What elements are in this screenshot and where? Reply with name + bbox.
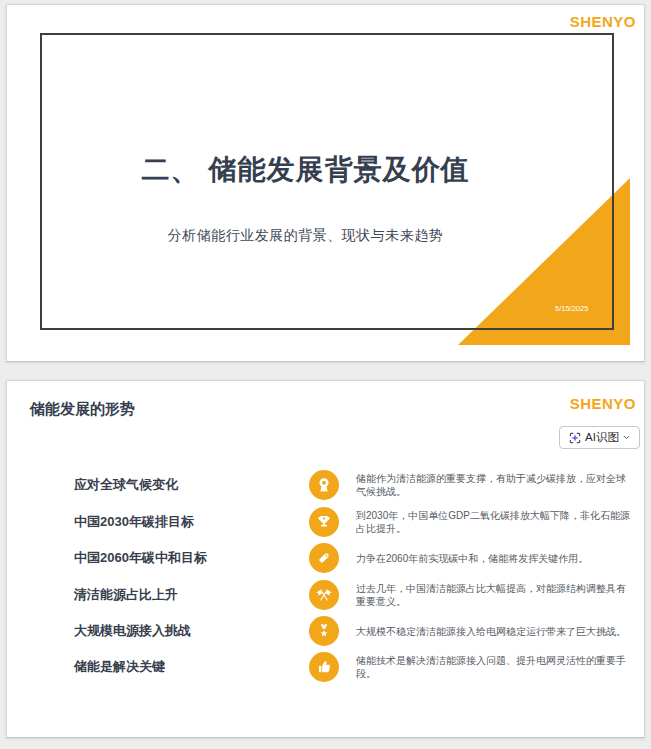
item-description: 大规模不稳定清洁能源接入给电网稳定运行带来了巨大挑战。 [356, 625, 630, 638]
slide-date: 5/15/2025 [555, 304, 607, 313]
ai-recognize-button[interactable]: AI识图 [559, 426, 640, 449]
slide-1-card[interactable]: SHENYO 二、 储能发展背景及价值 分析储能行业发展的背景、现状与未来趋势 … [6, 4, 645, 362]
thumbs-up-icon [309, 652, 339, 682]
brand-logo: SHENYO [570, 13, 636, 30]
award-rosette-icon [309, 470, 339, 500]
list-item: 中国2030年碳排目标 到2030年，中国单位GDP二氧化碳排放大幅下降，非化石… [7, 504, 644, 540]
corner-triangle-decoration [458, 178, 630, 345]
brand-logo: SHENYO [570, 395, 636, 412]
medal-star-icon [309, 616, 339, 646]
list-item: 应对全球气候变化 储能作为清洁能源的重要支撑，有助于减少碳排放，应对全球气候挑战… [7, 467, 644, 503]
slide-2-card[interactable]: SHENYO 储能发展的形势 AI识图 应对 [6, 380, 645, 738]
slide-preview-stage: SHENYO 二、 储能发展背景及价值 分析储能行业发展的背景、现状与未来趋势 … [0, 0, 651, 749]
trophy-icon [309, 507, 339, 537]
chevron-down-icon[interactable] [622, 433, 631, 442]
item-label: 中国2030年碳排目标 [74, 513, 194, 531]
ai-scan-sparkle-icon [568, 431, 582, 445]
crossed-flags-icon [309, 580, 339, 610]
item-label: 大规模电源接入挑战 [74, 622, 191, 640]
slide-title: 二、 储能发展背景及价值 [7, 151, 604, 189]
list-item: 储能是解决关键 储能技术是解决清洁能源接入问题、提升电网灵活性的重要手段。 [7, 649, 644, 685]
price-tag-icon [309, 543, 339, 573]
list-item: 中国2060年碳中和目标 力争在2060年前实现碳中和，储能将发挥关键作用。 [7, 540, 644, 576]
item-description: 过去几年，中国清洁能源占比大幅提高，对能源结构调整具有重要意义。 [356, 582, 630, 608]
slide-title: 储能发展的形势 [30, 400, 135, 419]
item-description: 到2030年，中国单位GDP二氧化碳排放大幅下降，非化石能源占比提升。 [356, 509, 630, 535]
slide-subtitle: 分析储能行业发展的背景、现状与未来趋势 [7, 227, 604, 245]
item-description: 储能技术是解决清洁能源接入问题、提升电网灵活性的重要手段。 [356, 654, 630, 680]
item-label: 中国2060年碳中和目标 [74, 549, 207, 567]
item-label: 储能是解决关键 [74, 658, 165, 676]
item-description: 力争在2060年前实现碳中和，储能将发挥关键作用。 [356, 552, 630, 565]
item-description: 储能作为清洁能源的重要支撑，有助于减少碳排放，应对全球气候挑战。 [356, 472, 630, 498]
item-label: 应对全球气候变化 [74, 476, 178, 494]
list-item: 清洁能源占比上升 过去几年，中国清洁能源占比大幅提高，对能源结构调整具有重要意义… [7, 577, 644, 613]
list-item: 大规模电源接入挑战 大规模不稳定清洁能源接入给电网稳定运行带来了巨大挑战。 [7, 613, 644, 649]
item-label: 清洁能源占比上升 [74, 586, 178, 604]
ai-button-label: AI识图 [585, 430, 619, 445]
